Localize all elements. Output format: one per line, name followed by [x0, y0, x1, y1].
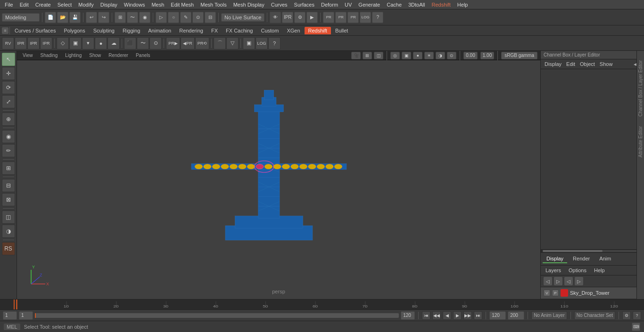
rs-pr-icon-1[interactable]: PR▶	[166, 37, 180, 49]
vp-menu-panels[interactable]: Panels	[133, 52, 153, 58]
menu-create[interactable]: Create	[33, 1, 54, 8]
select-tool-btn[interactable]: ↖	[2, 53, 15, 66]
menu-help[interactable]: Help	[454, 1, 471, 8]
playback-slider-thumb[interactable]	[35, 313, 36, 318]
menu-mesh[interactable]: Mesh	[149, 1, 167, 8]
vp-shadow-btn[interactable]: ◑	[436, 52, 445, 59]
render-settings-button[interactable]: ⚙	[294, 12, 305, 23]
render-ipr-button[interactable]: IPR	[282, 12, 293, 23]
menu-redshift[interactable]: Redshift	[429, 1, 453, 8]
layer-row[interactable]: V P Sky_Drop_Tower	[541, 287, 644, 299]
shade-btn[interactable]: ◑	[2, 225, 15, 238]
frame-current-input[interactable]	[19, 311, 33, 320]
soft-select-lt-btn[interactable]: ◉	[2, 130, 15, 143]
colorspace-dropdown[interactable]: sRGB gamma	[501, 52, 537, 59]
rs-mat-btn[interactable]: ▣	[243, 37, 255, 49]
menu-display[interactable]: Display	[98, 1, 120, 8]
tab-animation[interactable]: Animation	[144, 27, 175, 34]
playback-play-btn[interactable]: ▶	[453, 311, 462, 320]
tab-xgen[interactable]: XGen	[283, 27, 304, 34]
rs-pr-icon-2[interactable]: ◀PR	[181, 37, 195, 49]
range-end-input[interactable]	[508, 311, 524, 320]
snap-curve-button[interactable]: 〜	[127, 12, 138, 23]
rs-diamond-btn[interactable]: ◇	[57, 37, 69, 49]
move-tool-btn[interactable]: ✛	[2, 67, 15, 80]
sculpt-btn[interactable]: ✏	[2, 144, 15, 157]
layer-vis-v[interactable]: V	[544, 290, 550, 296]
tab-rendering[interactable]: Rendering	[175, 27, 207, 34]
bc-help-btn[interactable]: ?	[633, 311, 641, 320]
vp-wire-btn[interactable]: ▣	[402, 52, 411, 59]
vp-menu-lighting[interactable]: Lighting	[62, 52, 84, 58]
rs-help-icon-btn[interactable]: ?	[268, 37, 281, 49]
menu-curves[interactable]: Curves	[268, 1, 290, 8]
vp-ao-btn[interactable]: ⊙	[447, 52, 456, 59]
side-label-attribute-editor[interactable]: Attribute Editor	[638, 126, 643, 157]
frame-end-input[interactable]	[401, 311, 415, 320]
playback-step-fwd-btn[interactable]: ▶▶	[463, 311, 472, 320]
no-char-set-dropdown[interactable]: No Character Set	[574, 311, 615, 320]
render-button[interactable]: ▶	[306, 12, 318, 23]
playback-back-btn[interactable]: ◀	[443, 311, 451, 320]
tab-custom[interactable]: Custom	[257, 27, 283, 34]
layer-icon-1[interactable]: ◁	[544, 277, 552, 285]
no-live-surface-button[interactable]: No Live Surface	[221, 13, 264, 22]
lasso-button[interactable]: ○	[168, 12, 179, 23]
vp-isolate-btn[interactable]: ◎	[390, 52, 400, 59]
rs-log-btn[interactable]: LOG	[256, 37, 268, 49]
tab-fx-caching[interactable]: FX Caching	[222, 27, 256, 34]
menu-edit-mesh[interactable]: Edit Mesh	[168, 1, 197, 8]
snap-btn[interactable]: ⊟	[2, 179, 15, 192]
save-file-button[interactable]: 💾	[69, 12, 81, 23]
menu-cache[interactable]: Cache	[384, 1, 405, 8]
translate-x-field[interactable]: 0.00	[463, 52, 477, 59]
tab-polygons[interactable]: Polygons	[60, 27, 89, 34]
menu-select[interactable]: Select	[55, 1, 75, 8]
pr-log-button[interactable]: LOG	[360, 12, 371, 23]
script-lang-label[interactable]: MEL	[4, 324, 20, 330]
rotate-tool-btn[interactable]: ⟳	[2, 81, 15, 94]
rs-sphere-btn[interactable]: ●	[95, 37, 107, 49]
menu-surfaces[interactable]: Surfaces	[291, 1, 317, 8]
rs-cloud-btn[interactable]: ☁	[107, 37, 120, 49]
pr-button-1[interactable]: PR	[323, 12, 334, 23]
rs-render-btn[interactable]: ▽	[226, 37, 239, 49]
rs-bowl-btn[interactable]: ⌒	[214, 37, 226, 49]
menu-generate[interactable]: Generate	[355, 1, 383, 8]
playback-slider[interactable]	[35, 313, 399, 318]
tab-curves-surfaces[interactable]: Curves / Surfaces	[11, 27, 59, 34]
rp-tab-display[interactable]: Display	[543, 255, 567, 263]
translate-y-field[interactable]: 1.00	[480, 52, 494, 59]
rs-ipr3-btn[interactable]: IPR	[40, 37, 52, 49]
frame-start-input[interactable]	[3, 311, 17, 320]
bc-settings-btn[interactable]: ⚙	[622, 311, 631, 320]
tab-fx[interactable]: FX	[207, 27, 222, 34]
rp-subtab-help[interactable]: Help	[592, 267, 607, 274]
rp-tab-anim[interactable]: Anim	[595, 255, 615, 263]
rs-ipr2-btn[interactable]: IPR	[27, 37, 40, 49]
rs-ipr-btn[interactable]: IPR	[15, 37, 27, 49]
timeline[interactable]: 10 20 30 40 50 60 70 80 90 100 110 120	[0, 299, 644, 309]
snap-point-button[interactable]: ◉	[139, 12, 150, 23]
layer-icon-3[interactable]: ◁	[564, 277, 573, 285]
vp-shade-btn[interactable]: ●	[413, 52, 422, 59]
vp-menu-shading[interactable]: Shading	[38, 52, 61, 58]
menu-uv[interactable]: UV	[342, 1, 355, 8]
sidebar-toggle-btn[interactable]: ≡	[2, 27, 8, 34]
rs-square-btn[interactable]: ▣	[69, 37, 82, 49]
paint-button[interactable]: ✎	[180, 12, 191, 23]
menu-mesh-display[interactable]: Mesh Display	[231, 1, 267, 8]
layer-icon-4[interactable]: ▷	[575, 277, 583, 285]
menu-edit[interactable]: Edit	[17, 1, 32, 8]
menu-3dtoall[interactable]: 3DtoAll	[405, 1, 428, 8]
vp-menu-view[interactable]: View	[20, 52, 36, 58]
xray-btn[interactable]: ◫	[2, 211, 15, 224]
rs-teardrop-btn[interactable]: ▾	[82, 37, 94, 49]
rs-cube-btn[interactable]: ⬛	[124, 37, 136, 49]
tab-redshift[interactable]: Redshift	[305, 27, 331, 34]
snap-grid-button[interactable]: ⊞	[115, 12, 126, 23]
rp-subtab-options[interactable]: Options	[567, 267, 588, 274]
playback-start-btn[interactable]: ⏮	[422, 311, 430, 320]
scale-tool-btn[interactable]: ⤢	[2, 95, 15, 108]
right-panel-scrollbar[interactable]	[541, 249, 644, 253]
